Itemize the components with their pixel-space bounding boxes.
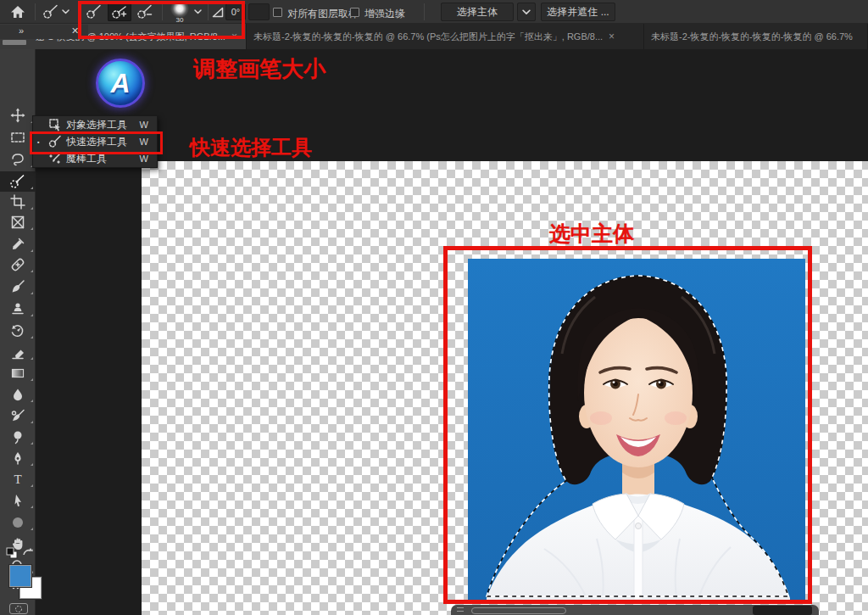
options-bar: 30 0° 对所有图层取样 增强边缘 选择主体 选择并遮住 ...	[0, 0, 868, 24]
brush-tool[interactable]	[0, 277, 36, 297]
logo-letter: A	[110, 68, 130, 99]
brush-angle-icon	[212, 6, 224, 18]
lasso-tool[interactable]	[0, 149, 36, 170]
tab-close-icon[interactable]: ×	[231, 31, 237, 42]
divider	[162, 3, 163, 20]
smudge-tool-icon	[10, 408, 25, 423]
home-button[interactable]	[5, 3, 31, 21]
object-selection-tool-icon	[48, 118, 62, 131]
clone-stamp-tool[interactable]	[0, 299, 36, 319]
shape-tool[interactable]	[0, 512, 36, 533]
gradient-tool[interactable]	[0, 363, 36, 383]
move-tool-icon	[10, 108, 25, 123]
eraser-tool[interactable]	[0, 342, 36, 362]
sample-all-layers-label: 对所有图层取样	[287, 7, 359, 21]
panel-collapse-icon[interactable]: »	[19, 25, 24, 36]
menu-shortcut: W	[140, 154, 148, 164]
tab-title: 未标题-2-恢复的-恢复的-恢复的 @ 66.7% (Ps怎么把图片上的字「抠出…	[253, 31, 603, 43]
document-tab-2[interactable]: 未标题-2-恢复的-恢复的-恢复的 @ 66.7% (Ps怎么把图片上的字「抠出…	[247, 24, 644, 49]
divider	[424, 3, 425, 20]
magic-wand-tool-icon	[48, 152, 62, 165]
blur-tool[interactable]	[0, 384, 36, 405]
id-photo-document[interactable]	[468, 259, 805, 600]
eyedropper-tool-icon	[10, 237, 25, 252]
empty-field	[248, 3, 270, 20]
pen-tool[interactable]	[0, 448, 36, 468]
blush	[665, 411, 687, 425]
smudge-tool[interactable]	[0, 405, 36, 426]
enhance-edge-checkbox[interactable]	[350, 8, 359, 17]
toolbar: T	[0, 49, 36, 615]
quick-selection-tool-icon	[42, 4, 59, 20]
path-selection-tool[interactable]	[0, 490, 36, 511]
shirt-button	[636, 523, 642, 529]
spot-healing-brush-tool[interactable]	[0, 254, 36, 275]
home-icon	[10, 4, 25, 20]
bar-dark-segment	[753, 606, 812, 615]
new-selection-icon	[86, 4, 103, 20]
tool-flyout-menu: 对象选择工具 W ▪ 快速选择工具 W 魔棒工具 W	[32, 115, 158, 168]
select-subject-dropdown-button[interactable]	[517, 3, 536, 21]
move-tool[interactable]	[0, 105, 36, 126]
brush-picker[interactable]: 30	[170, 2, 189, 23]
menu-shortcut: W	[140, 137, 148, 147]
quick-selection-tool[interactable]	[0, 171, 36, 192]
tool-preset-quick-selection[interactable]	[39, 3, 73, 21]
subtract-from-selection-mode-button[interactable]	[133, 3, 157, 21]
menu-item-label: 对象选择工具	[66, 118, 127, 132]
history-brush-tool[interactable]	[0, 321, 36, 341]
sample-all-layers-checkbox[interactable]	[273, 8, 282, 17]
eraser-tool-icon	[10, 344, 25, 360]
eyedropper-tool[interactable]	[0, 234, 36, 254]
bar-pill	[471, 607, 566, 614]
bottom-floating-bar[interactable]	[451, 605, 819, 615]
tab-close-icon[interactable]: ×	[609, 31, 615, 42]
blush	[590, 411, 612, 425]
dodge-tool[interactable]	[0, 427, 36, 447]
select-and-mask-button[interactable]: 选择并遮住 ...	[541, 3, 615, 21]
path-selection-icon	[10, 493, 25, 508]
annotation-select-subject: 选中主体	[549, 220, 634, 248]
selected-tool-bullet: ▪	[37, 139, 39, 145]
subtract-from-selection-icon	[136, 4, 153, 20]
tab-title: 未标题-2-恢复的-恢复的-恢复的-恢复的 @ 66.7%	[651, 31, 853, 43]
chevron-down-icon	[522, 9, 531, 15]
gradient-tool-icon	[10, 366, 25, 381]
menu-item-quick-selection-tool[interactable]: ▪ 快速选择工具 W	[33, 133, 157, 150]
type-tool[interactable]: T	[0, 469, 36, 489]
brush-tool-icon	[10, 279, 25, 294]
menu-item-label: 魔棒工具	[66, 152, 107, 166]
default-swap-colors[interactable]	[5, 546, 34, 562]
document-tab-bar: 题-1-恢复的 @ 100% (去文字效果图, RGB/8... × 未标题-2…	[0, 24, 868, 49]
menu-shortcut: W	[140, 120, 148, 130]
menu-item-object-selection-tool[interactable]: 对象选择工具 W	[33, 116, 157, 133]
blur-tool-icon	[10, 387, 25, 402]
add-to-selection-mode-button[interactable]	[108, 3, 131, 21]
divider	[35, 3, 36, 20]
divider	[208, 3, 209, 20]
pen-tool-icon	[10, 450, 25, 466]
menu-item-magic-wand-tool[interactable]: 魔棒工具 W	[33, 150, 157, 167]
panel-grip[interactable]	[3, 40, 26, 45]
history-brush-icon	[10, 323, 25, 338]
brush-picker-chevron-icon[interactable]	[194, 9, 202, 14]
enhance-edge-label: 增强边缘	[364, 7, 405, 21]
document-tab-3[interactable]: 未标题-2-恢复的-恢复的-恢复的-恢复的 @ 66.7%	[644, 24, 868, 49]
new-selection-mode-button[interactable]	[82, 3, 106, 21]
ellipse-shape-icon	[10, 515, 25, 530]
annotation-quick-selection-tool: 快速选择工具	[190, 134, 312, 161]
frame-tool[interactable]	[0, 212, 36, 232]
dodge-tool-icon	[10, 429, 25, 444]
rectangular-marquee-tool[interactable]	[0, 127, 36, 148]
annotation-adjust-brush-size: 调整画笔大小	[193, 54, 326, 84]
crop-tool-icon	[10, 194, 25, 210]
lasso-tool-icon	[10, 152, 25, 167]
panel-close-icon[interactable]: ✕	[71, 25, 79, 36]
quick-mask-button[interactable]	[9, 603, 28, 614]
crop-tool[interactable]	[0, 192, 36, 212]
select-subject-button[interactable]: 选择主体	[441, 3, 514, 21]
foreground-color-swatch[interactable]	[9, 565, 31, 587]
frame-tool-icon	[10, 215, 25, 230]
brush-angle-field[interactable]: 0°	[225, 3, 246, 20]
healing-brush-icon	[10, 257, 25, 272]
